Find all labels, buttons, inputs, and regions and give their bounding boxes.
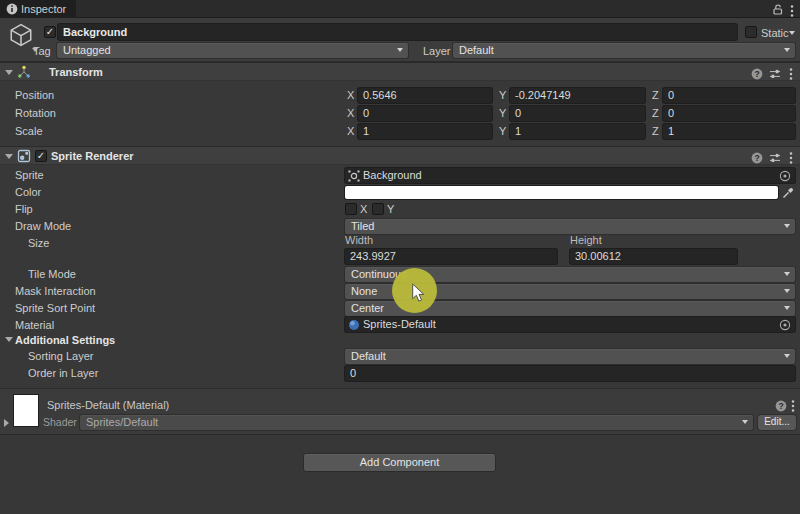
foldout-icon[interactable] <box>4 419 9 427</box>
static-checkbox[interactable] <box>745 26 757 38</box>
sorting-layer-dropdown[interactable]: Default <box>345 349 795 364</box>
help-button[interactable]: ? <box>775 398 787 410</box>
material-preview-title: Sprites-Default (Material) <box>47 399 169 412</box>
material-menu-button[interactable] <box>791 398 796 410</box>
tag-dropdown[interactable]: Untagged <box>57 43 408 58</box>
help-icon: ? <box>775 400 787 412</box>
kebab-menu-icon <box>791 400 795 412</box>
kebab-menu-icon <box>790 5 794 17</box>
help-icon: ? <box>751 68 763 80</box>
rotation-z-field[interactable]: 0 <box>663 106 795 121</box>
position-z-field[interactable]: 0 <box>663 88 795 103</box>
static-dropdown-arrow[interactable] <box>789 31 795 35</box>
size-height-field[interactable]: 30.00612 <box>570 249 737 264</box>
sprite-renderer-icon <box>17 149 31 163</box>
axis-z-label: Z <box>652 125 659 138</box>
axis-y-label: Y <box>499 89 506 102</box>
tag-value: Untagged <box>63 44 111 56</box>
help-button[interactable]: ? <box>751 150 763 162</box>
rotation-label: Rotation <box>15 107 56 120</box>
presets-button[interactable] <box>769 150 781 162</box>
help-button[interactable]: ? <box>751 66 763 78</box>
cube-icon <box>8 22 34 48</box>
scale-x-field[interactable]: 1 <box>358 124 492 139</box>
add-component-label: Add Component <box>360 456 440 468</box>
axis-y-label: Y <box>499 107 506 120</box>
shader-edit-button[interactable]: Edit... <box>758 415 796 430</box>
rotation-z-value: 0 <box>668 107 674 119</box>
presets-icon <box>769 68 781 80</box>
position-z-value: 0 <box>668 89 674 101</box>
chevron-down-icon <box>784 272 790 276</box>
foldout-icon[interactable] <box>5 70 13 75</box>
tab-inspector[interactable]: Inspector <box>0 0 76 18</box>
object-picker-icon[interactable] <box>779 319 791 331</box>
flip-x-checkbox[interactable] <box>345 203 357 215</box>
size-width-value: 243.9927 <box>350 250 396 262</box>
sprite-renderer-header[interactable]: ✓ Sprite Renderer ? <box>0 146 800 165</box>
eyedropper-icon <box>782 186 795 199</box>
sprite-object-field[interactable]: Background <box>345 168 795 183</box>
presets-button[interactable] <box>769 66 781 78</box>
lock-button[interactable] <box>772 2 785 16</box>
scale-y-value: 1 <box>515 125 521 137</box>
gameobject-header: ✓ Background Static Tag Untagged Layer D… <box>0 18 800 62</box>
flip-y-checkbox[interactable] <box>372 203 384 215</box>
color-swatch[interactable] <box>345 186 778 199</box>
sprite-renderer-enabled-checkbox[interactable]: ✓ <box>35 150 47 162</box>
sprite-sort-point-label: Sprite Sort Point <box>15 302 95 315</box>
transform-menu-button[interactable] <box>789 66 794 78</box>
size-height-label: Height <box>570 234 602 247</box>
shader-dropdown[interactable]: Sprites/Default <box>80 415 753 430</box>
sprite-renderer-menu-button[interactable] <box>789 150 794 162</box>
position-y-field[interactable]: -0.2047149 <box>510 88 645 103</box>
position-y-value: -0.2047149 <box>515 89 571 101</box>
tag-label: Tag <box>33 45 51 58</box>
chevron-down-icon <box>784 306 790 310</box>
rotation-y-field[interactable]: 0 <box>510 106 645 121</box>
draw-mode-dropdown[interactable]: Tiled <box>345 219 795 234</box>
gameobject-name-field[interactable]: Background <box>58 24 737 40</box>
foldout-icon[interactable] <box>5 154 13 159</box>
object-picker-icon[interactable] <box>779 170 791 182</box>
svg-text:?: ? <box>754 69 759 79</box>
layer-dropdown[interactable]: Default <box>453 43 795 58</box>
scale-z-field[interactable]: 1 <box>663 124 795 139</box>
transform-header[interactable]: Transform ? <box>0 62 800 81</box>
scale-x-value: 1 <box>363 125 369 137</box>
position-x-field[interactable]: 0.5646 <box>358 88 492 103</box>
scale-label: Scale <box>15 125 43 138</box>
material-label: Material <box>15 319 54 332</box>
rotation-x-field[interactable]: 0 <box>358 106 492 121</box>
rotation-y-value: 0 <box>515 107 521 119</box>
material-sphere-icon <box>348 319 360 331</box>
gameobject-icon-button[interactable] <box>8 22 36 54</box>
eyedropper-button[interactable] <box>782 185 796 199</box>
info-icon <box>6 3 18 15</box>
tab-menu-button[interactable] <box>790 3 795 15</box>
rotation-x-value: 0 <box>363 107 369 119</box>
order-in-layer-field[interactable]: 0 <box>345 366 795 381</box>
foldout-icon[interactable] <box>5 337 13 342</box>
size-width-field[interactable]: 243.9927 <box>345 249 557 264</box>
chevron-down-icon <box>784 289 790 293</box>
flip-x-label: X <box>360 203 367 216</box>
sprite-label: Sprite <box>15 169 44 182</box>
chevron-down-icon <box>397 48 403 52</box>
sprite-value: Background <box>363 168 779 183</box>
axis-x-label: X <box>347 89 354 102</box>
static-label: Static <box>761 27 789 40</box>
draw-mode-label: Draw Mode <box>15 220 71 233</box>
scale-y-field[interactable]: 1 <box>510 124 645 139</box>
gameobject-enabled-checkbox[interactable]: ✓ <box>44 26 56 38</box>
material-object-field[interactable]: Sprites-Default <box>345 317 795 332</box>
flip-label: Flip <box>15 203 33 216</box>
additional-settings-label: Additional Settings <box>15 334 115 347</box>
position-x-value: 0.5646 <box>363 89 397 101</box>
material-thumbnail[interactable] <box>14 395 38 426</box>
chevron-down-icon <box>784 224 790 228</box>
draw-mode-value: Tiled <box>351 220 374 232</box>
chevron-down-icon <box>784 48 790 52</box>
position-label: Position <box>15 89 54 102</box>
add-component-button[interactable]: Add Component <box>303 453 496 472</box>
